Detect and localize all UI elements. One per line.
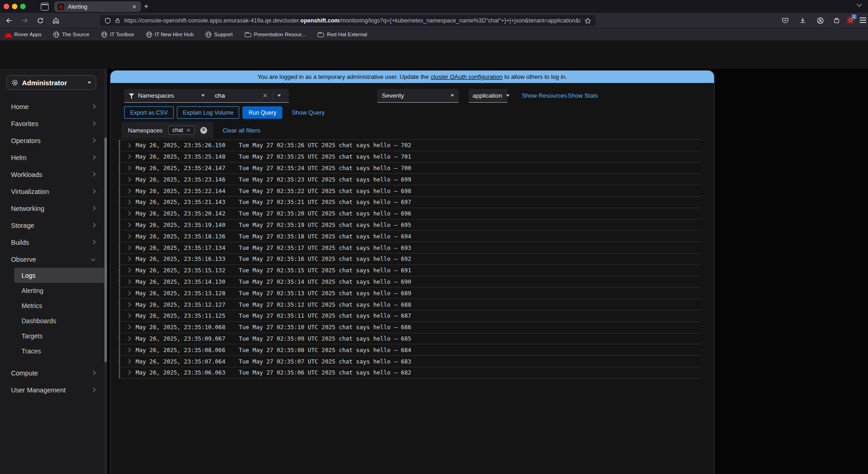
row-expand-chevron-icon[interactable] xyxy=(126,280,131,284)
home-icon[interactable] xyxy=(52,17,60,24)
sidebar-item[interactable]: Logs xyxy=(14,268,104,283)
shield-icon[interactable] xyxy=(104,17,111,24)
row-expand-chevron-icon[interactable] xyxy=(126,154,131,159)
search-caret-icon[interactable] xyxy=(277,94,281,97)
sidebar-item[interactable]: Targets xyxy=(0,328,104,343)
sidebar-scrollbar-thumb[interactable] xyxy=(104,138,107,362)
export-csv-button[interactable]: Export as CSV xyxy=(124,106,174,119)
log-row[interactable]: May 26, 2025, 23:35:07.064 Tue May 27 02… xyxy=(119,355,701,367)
sidebar-item[interactable]: Traces xyxy=(0,343,104,358)
row-expand-chevron-icon[interactable] xyxy=(126,234,131,238)
row-expand-chevron-icon[interactable] xyxy=(126,245,131,250)
namespace-search-input[interactable] xyxy=(214,92,257,99)
row-expand-chevron-icon[interactable] xyxy=(126,302,131,307)
row-expand-chevron-icon[interactable] xyxy=(126,336,131,341)
menu-hamburger-icon[interactable] xyxy=(860,17,867,25)
downloads-icon[interactable] xyxy=(799,17,807,24)
sidebar-item[interactable]: Home xyxy=(0,98,104,115)
bookmark-item[interactable]: Presentation Resour... xyxy=(245,32,306,37)
log-row[interactable]: May 26, 2025, 23:35:14.130 Tue May 27 02… xyxy=(119,276,701,287)
bookmark-item[interactable]: Support xyxy=(205,32,232,38)
tab-list-chevron-icon[interactable] xyxy=(857,3,862,7)
log-row[interactable]: May 26, 2025, 23:35:25.148 Tue May 27 02… xyxy=(119,151,701,162)
row-expand-chevron-icon[interactable] xyxy=(126,166,131,171)
row-expand-chevron-icon[interactable] xyxy=(126,200,131,204)
sidebar-item[interactable]: Compute xyxy=(0,364,104,381)
account-icon[interactable] xyxy=(817,17,824,24)
row-expand-chevron-icon[interactable] xyxy=(126,268,131,273)
new-tab-button[interactable]: + xyxy=(144,1,148,12)
reload-icon[interactable] xyxy=(37,17,44,24)
sidebar-item[interactable]: User Management xyxy=(0,381,104,398)
bookmark-item[interactable]: IT Toolbox xyxy=(101,32,134,38)
log-row[interactable]: May 26, 2025, 23:35:18.136 Tue May 27 02… xyxy=(119,230,701,242)
row-expand-chevron-icon[interactable] xyxy=(126,188,131,193)
run-query-button[interactable]: Run Query xyxy=(242,106,282,119)
sidebar-item[interactable]: Dashboards xyxy=(0,313,104,328)
log-row[interactable]: May 26, 2025, 23:35:12.127 Tue May 27 02… xyxy=(119,298,701,310)
extension-shield-icon[interactable]: 1 xyxy=(847,17,854,24)
url-text[interactable]: https://console-openshift-console.apps.e… xyxy=(124,17,581,24)
row-expand-chevron-icon[interactable] xyxy=(126,223,131,227)
log-row[interactable]: May 26, 2025, 23:35:08.066 Tue May 27 02… xyxy=(119,344,701,355)
row-expand-chevron-icon[interactable] xyxy=(126,143,131,148)
row-expand-chevron-icon[interactable] xyxy=(126,314,131,318)
row-expand-chevron-icon[interactable] xyxy=(126,291,131,295)
log-row[interactable]: May 26, 2025, 23:35:16.133 Tue May 27 02… xyxy=(119,253,701,265)
sidebar-item[interactable]: Metrics xyxy=(0,298,104,313)
row-expand-chevron-icon[interactable] xyxy=(126,359,131,364)
window-minimize-button[interactable] xyxy=(12,4,17,9)
log-row[interactable]: May 26, 2025, 23:35:26.150 Tue May 27 02… xyxy=(119,139,701,151)
explain-log-volume-button[interactable]: Explain Log Volume xyxy=(177,106,240,119)
sidebar-item[interactable]: Networking xyxy=(0,200,104,217)
show-query-link[interactable]: Show Query xyxy=(292,109,325,116)
url-bar[interactable]: https://console-openshift-console.apps.e… xyxy=(100,15,596,26)
log-row[interactable]: May 26, 2025, 23:35:10.068 Tue May 27 02… xyxy=(119,321,701,333)
sidebar-item[interactable]: Favorites xyxy=(0,115,104,132)
row-expand-chevron-icon[interactable] xyxy=(126,325,131,330)
row-expand-chevron-icon[interactable] xyxy=(126,211,131,216)
log-row[interactable]: May 26, 2025, 23:35:09.067 Tue May 27 02… xyxy=(119,333,701,344)
log-row[interactable]: May 26, 2025, 23:35:17.134 Tue May 27 02… xyxy=(119,242,701,253)
browser-tab[interactable]: Alerting ✕ xyxy=(54,1,141,12)
log-row[interactable]: May 26, 2025, 23:35:20.142 Tue May 27 02… xyxy=(119,208,701,219)
sidebar-item[interactable]: Workloads xyxy=(0,166,104,183)
bookmark-item[interactable]: Red Hat External xyxy=(318,32,367,37)
log-row[interactable]: May 26, 2025, 23:35:19.140 Tue May 27 02… xyxy=(119,219,701,231)
forward-icon[interactable] xyxy=(21,17,28,24)
log-row[interactable]: May 26, 2025, 23:35:22.144 Tue May 27 02… xyxy=(119,185,701,196)
back-icon[interactable] xyxy=(5,17,13,24)
bookmark-star-icon[interactable] xyxy=(584,17,591,24)
clear-search-icon[interactable]: ✕ xyxy=(261,92,269,99)
sidebar-item[interactable]: Alerting xyxy=(0,283,104,298)
tenant-select[interactable]: application xyxy=(469,89,507,103)
lock-icon[interactable] xyxy=(115,17,121,24)
sidebar-item[interactable]: Builds xyxy=(0,234,104,251)
log-row[interactable]: May 26, 2025, 23:35:24.147 Tue May 27 02… xyxy=(119,162,701,174)
clear-chip-group-icon[interactable] xyxy=(200,127,207,134)
perspective-switcher[interactable]: Administrator xyxy=(6,75,96,90)
sidebar-item[interactable]: Observe xyxy=(0,251,104,268)
pocket-icon[interactable] xyxy=(782,17,789,24)
chip-remove-icon[interactable]: ✕ xyxy=(187,127,191,133)
sidebar-item[interactable]: Operators xyxy=(0,132,104,149)
bookmark-item[interactable]: The Source xyxy=(53,32,89,38)
row-expand-chevron-icon[interactable] xyxy=(126,370,131,375)
log-row[interactable]: May 26, 2025, 23:35:21.143 Tue May 27 02… xyxy=(119,196,701,208)
log-row[interactable]: May 26, 2025, 23:35:23.146 Tue May 27 02… xyxy=(119,173,701,185)
log-row[interactable]: May 26, 2025, 23:35:15.132 Tue May 27 02… xyxy=(119,265,701,276)
sidebar-item[interactable]: Storage xyxy=(0,217,104,234)
show-stats-link[interactable]: Show Stats xyxy=(568,92,598,99)
log-row[interactable]: May 26, 2025, 23:35:11.125 Tue May 27 02… xyxy=(119,310,701,321)
row-expand-chevron-icon[interactable] xyxy=(126,347,131,352)
sidebar-item[interactable]: Helm xyxy=(0,149,104,166)
log-row[interactable]: May 26, 2025, 23:35:06.063 Tue May 27 02… xyxy=(119,367,701,379)
firefox-view-icon[interactable] xyxy=(41,3,49,11)
severity-filter-dropdown[interactable]: Severity xyxy=(377,89,459,103)
cluster-oauth-link[interactable]: cluster OAuth configuration xyxy=(431,73,503,80)
bookmark-item[interactable]: IT New Hire Hub xyxy=(146,32,194,38)
log-row[interactable]: May 26, 2025, 23:35:13.128 Tue May 27 02… xyxy=(119,287,701,298)
row-expand-chevron-icon[interactable] xyxy=(126,257,131,261)
clear-all-filters-link[interactable]: Clear all filters xyxy=(223,127,260,134)
namespaces-filter-dropdown[interactable]: Namespaces xyxy=(124,89,209,103)
